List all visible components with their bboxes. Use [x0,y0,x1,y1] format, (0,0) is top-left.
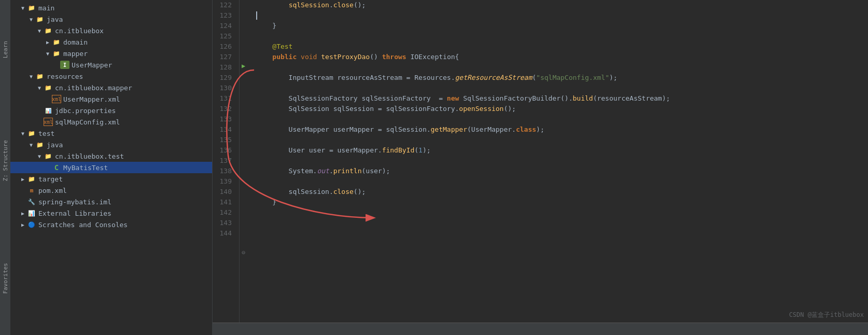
folder-java-icon: 📁 [35,15,45,23]
ln-144: 144 [213,228,235,239]
folder-main-icon: 📁 [27,4,36,12]
mapper-label: mapper [63,50,212,58]
code-line-138: System.out.println(user); [256,166,868,176]
arrow-target [19,176,27,182]
ln-126: 126 [213,41,235,52]
tree-item-scratches[interactable]: 🔵 Scratches and Consoles [10,219,212,230]
tree-item-usermapper[interactable]: I UserMapper [10,59,212,71]
code-line-144 [256,228,868,239]
editor-area: 122 123 124 125 126 127 128 129 130 131 … [213,0,868,335]
code-line-122: sqlSession.close(); [256,0,868,10]
arrow-cn [35,28,44,34]
cn-itbluebox-mapper-label: cn.itbluebox.mapper [55,84,212,92]
code-line-136: User user = userMapper.findById(1); [256,145,868,156]
tree-item-test[interactable]: 📁 test [10,128,212,139]
ln-129: 129 [213,73,235,83]
status-bar [213,323,868,335]
code-line-141: } [256,197,868,207]
java-label: java [47,16,212,23]
ln-138: 138 [213,166,235,176]
code-line-142 [256,207,868,218]
ln-143: 143 [213,218,235,228]
tree-item-cn-mapper[interactable]: 📁 cn.itbluebox.mapper [10,82,212,93]
arrow-mapper [44,51,52,57]
cn-itbluebox-label: cn.itbluebox [55,27,212,35]
folder-cn-test-icon: 📁 [44,152,53,160]
ln-124: 124 [213,21,235,31]
arrow-cn-mapper [35,85,44,91]
code-line-127: public void testProxyDao() throws IOExce… [256,52,868,62]
structure-label[interactable]: Z: Structure [2,140,9,181]
tree-item-cn-test[interactable]: 📁 cn.itbluebox.test [10,150,212,162]
tree-item-mapper[interactable]: 📁 mapper [10,48,212,59]
ln-139: 139 [213,176,235,187]
tree-item-main[interactable]: 📁 main [10,2,212,13]
tree-item-jdbc-props[interactable]: 📊 jdbc.properties [10,105,212,116]
code-line-133 [256,114,868,124]
main-label: main [38,4,212,12]
code-line-128 [256,62,868,73]
tree-item-pom[interactable]: m pom.xml [10,185,212,196]
tree-item-usermapper-xml[interactable]: xml UserMapper.xml [10,93,212,105]
folder-java-test-icon: 📁 [35,141,45,149]
tree-item-mybatistest[interactable]: C MyBatisTest [10,162,212,173]
ln-128: 128 [213,62,235,73]
ln-127: 127 [213,52,235,62]
pom-label: pom.xml [38,187,212,194]
code-line-131: SqlSessionFactory sqlSessionFactory = ne… [256,93,868,104]
ln-122: 122 [213,0,235,10]
usermapper-label: UserMapper [72,61,212,69]
domain-label: domain [63,38,212,46]
ln-136: 136 [213,145,235,156]
code-content[interactable]: sqlSession.close(); } @Test [252,0,868,323]
java-test-label: java [47,141,212,149]
folder-resources-icon: 📁 [35,72,45,80]
mybatistest-label: MyBatisTest [63,164,212,172]
editor-gutter: ▶ ⊖ [240,0,252,323]
arrow-cn-test [35,153,44,159]
learn-label[interactable]: Learn [2,41,9,58]
tree-item-sqlmapconfig[interactable]: xml sqlMapConfig.xml [10,116,212,128]
watermark: CSDN @蓝盒子itbluebox [789,311,864,319]
tree-item-ext-libs[interactable]: 📊 External Libraries [10,207,212,219]
folder-test-icon: 📁 [27,129,36,137]
scratches-label: Scratches and Consoles [38,221,212,229]
usermapper-xml-label: UserMapper.xml [63,95,212,103]
code-line-135 [256,135,868,145]
arrow-scratches [19,222,27,228]
tree-item-resources[interactable]: 📁 resources [10,71,212,82]
folder-cn-mapper-icon: 📁 [44,83,53,92]
target-label: target [38,175,212,183]
tree-item-domain[interactable]: 📁 domain [10,36,212,48]
ln-123: 123 [213,10,235,21]
arrow-main [19,5,27,11]
tree-item-target[interactable]: 📁 target [10,173,212,185]
tree-item-cn-itbluebox[interactable]: 📁 cn.itbluebox [10,25,212,36]
tree-item-java[interactable]: 📁 java [10,13,212,25]
ln-142: 142 [213,207,235,218]
code-editor[interactable]: 122 123 124 125 126 127 128 129 130 131 … [213,0,868,323]
fold-icon-141[interactable]: ⊖ [242,249,245,256]
pom-icon: m [27,186,36,194]
ln-125: 125 [213,31,235,41]
ln-131: 131 [213,93,235,104]
ln-130: 130 [213,83,235,93]
ln-133: 133 [213,114,235,124]
tree-item-java-test[interactable]: 📁 java [10,139,212,150]
ln-132: 132 [213,104,235,114]
code-line-137 [256,156,868,166]
iml-icon: 🔧 [27,198,36,206]
code-line-143 [256,218,868,228]
favorites-label[interactable]: Favorites [2,263,9,294]
jdbc-properties-label: jdbc.properties [55,107,212,115]
code-line-134: UserMapper userMapper = sqlSession.getMa… [256,124,868,135]
usermapper-icon: I [60,61,69,69]
tree-item-iml[interactable]: 🔧 spring-mybatis.iml [10,196,212,207]
folder-cn-icon: 📁 [44,26,53,35]
scratches-icon: 🔵 [27,220,36,229]
arrow-resources [27,74,35,79]
code-line-132: SqlSession sqlSession = sqlSessionFactor… [256,104,868,114]
test-label: test [38,130,212,137]
run-gutter-icon[interactable]: ▶ [242,62,245,69]
ln-141: 141 [213,197,235,207]
